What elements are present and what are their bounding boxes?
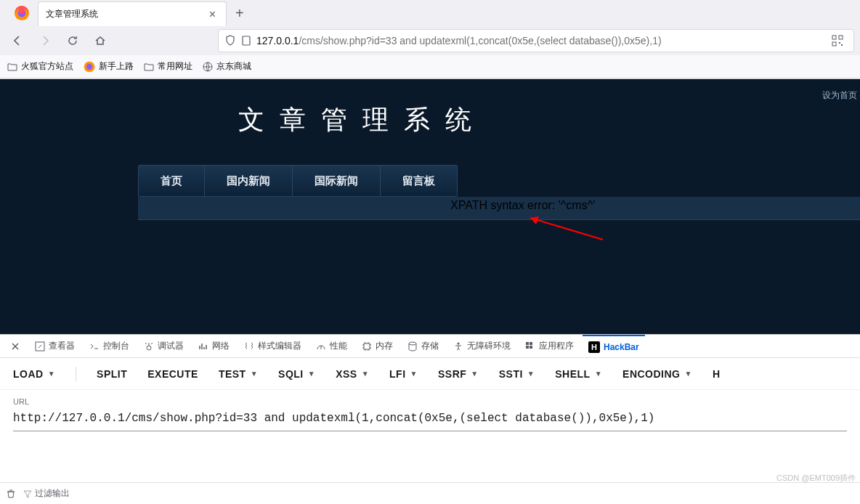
bookmark-jd[interactable]: 京东商城: [203, 60, 251, 73]
hackbar-lfi-button[interactable]: LFI▼: [389, 368, 418, 380]
hackbar-h-button[interactable]: H: [713, 368, 721, 380]
annotation-arrow: [523, 214, 610, 243]
firefox-logo: [12, 3, 32, 23]
folder-icon: [144, 62, 154, 72]
svg-rect-2: [243, 36, 250, 45]
devtools-close-button[interactable]: [4, 335, 26, 358]
hackbar-test-button[interactable]: TEST▼: [219, 368, 258, 380]
chevron-down-icon: ▼: [362, 370, 369, 378]
performance-icon: [316, 341, 326, 351]
tab-performance[interactable]: 性能: [310, 335, 353, 358]
devtools-footer: 过滤输出: [0, 482, 860, 504]
hackbar-execute-button[interactable]: EXECUTE: [147, 368, 198, 380]
firefox-icon: [84, 61, 95, 73]
hackbar-ssrf-button[interactable]: SSRF▼: [438, 368, 479, 380]
tab-console[interactable]: 控制台: [84, 335, 135, 358]
hackbar-split-button[interactable]: SPLIT: [97, 368, 127, 380]
tab-debugger[interactable]: 调试器: [138, 335, 190, 358]
network-icon: [198, 341, 208, 351]
svg-rect-3: [832, 36, 836, 39]
svg-rect-4: [839, 36, 843, 39]
svg-rect-5: [832, 42, 836, 46]
hackbar-shell-button[interactable]: SHELL▼: [555, 368, 602, 380]
chevron-down-icon: ▼: [595, 370, 602, 378]
memory-icon: [362, 341, 372, 351]
application-icon: [525, 341, 535, 351]
devtools-tabs: 查看器 控制台 调试器 网络 样式编辑器 性能 内存 存储 无障碍环境 应用程序…: [0, 335, 860, 358]
tab-style-editor[interactable]: 样式编辑器: [238, 335, 307, 358]
hackbar-xss-button[interactable]: XSS▼: [336, 368, 369, 380]
svg-rect-6: [839, 42, 840, 44]
svg-rect-21: [530, 346, 532, 349]
hackbar-load-button[interactable]: LOAD▼: [13, 368, 55, 380]
set-homepage-link[interactable]: 设为首页: [822, 89, 857, 102]
nav-bar: 127.0.0.1/cms/show.php?id=33 and updatex…: [0, 26, 860, 55]
tab-accessibility[interactable]: 无障碍环境: [447, 335, 516, 358]
xpath-error-message: XPATH syntax error: '^cms^': [450, 199, 595, 212]
svg-point-14: [147, 346, 151, 350]
inspector-icon: [35, 341, 45, 351]
svg-rect-7: [841, 44, 843, 46]
hackbar-encoding-button[interactable]: ENCODING▼: [622, 368, 692, 380]
chevron-down-icon: ▼: [410, 370, 418, 378]
tab-memory[interactable]: 内存: [356, 335, 399, 358]
bookmark-getting-started[interactable]: 新手上路: [84, 60, 134, 73]
bookmarks-bar: 火狐官方站点 新手上路 常用网址 京东商城: [0, 55, 860, 78]
svg-rect-15: [364, 344, 370, 349]
hackbar-url-input[interactable]: http://127.0.0.1/cms/show.php?id=33 and …: [13, 410, 847, 431]
svg-line-11: [530, 218, 603, 240]
tab-hackbar[interactable]: HHackBar: [583, 335, 645, 358]
tab-bar: 文章管理系统 × +: [0, 0, 860, 26]
new-tab-button[interactable]: +: [227, 5, 253, 22]
folder-icon: [7, 62, 17, 72]
nav-guestbook[interactable]: 留言板: [381, 166, 457, 196]
url-bar[interactable]: 127.0.0.1/cms/show.php?id=33 and updatex…: [218, 29, 854, 52]
bookmark-firefox-official[interactable]: 火狐官方站点: [7, 60, 73, 73]
browser-tab[interactable]: 文章管理系统 ×: [38, 1, 227, 26]
svg-rect-19: [530, 342, 532, 345]
bookmark-common-urls[interactable]: 常用网址: [144, 60, 192, 73]
site-title: 文 章 管 理 系 统: [238, 102, 476, 138]
tab-inspector[interactable]: 查看器: [29, 335, 81, 358]
svg-point-17: [458, 342, 460, 344]
svg-rect-20: [526, 346, 529, 349]
chevron-down-icon: ▼: [471, 370, 478, 378]
hackbar-icon: H: [588, 341, 600, 353]
url-text: 127.0.0.1/cms/show.php?id=33 and updatex…: [256, 35, 832, 46]
console-icon: [89, 341, 100, 351]
watermark: CSDN @EMT009插件: [776, 473, 856, 484]
svg-point-9: [86, 64, 92, 70]
devtools-panel: 查看器 控制台 调试器 网络 样式编辑器 性能 内存 存储 无障碍环境 应用程序…: [0, 334, 860, 504]
qr-icon[interactable]: [832, 35, 843, 46]
tab-application[interactable]: 应用程序: [519, 335, 580, 358]
chevron-down-icon: ▼: [685, 370, 692, 378]
nav-home[interactable]: 首页: [139, 166, 205, 196]
chevron-down-icon: ▼: [48, 370, 55, 378]
filter-output[interactable]: 过滤输出: [23, 487, 70, 500]
hackbar-body: URL http://127.0.0.1/cms/show.php?id=33 …: [0, 390, 860, 434]
nav-domestic-news[interactable]: 国内新闻: [205, 166, 293, 196]
forward-button[interactable]: [33, 29, 57, 52]
tab-network[interactable]: 网络: [192, 335, 235, 358]
debugger-icon: [144, 341, 154, 351]
home-button[interactable]: [89, 29, 112, 52]
hackbar-toolbar: LOAD▼ SPLIT EXECUTE TEST▼ SQLI▼ XSS▼ LFI…: [0, 358, 860, 390]
chevron-down-icon: ▼: [251, 370, 258, 378]
back-button[interactable]: [6, 29, 29, 52]
tab-storage[interactable]: 存储: [402, 335, 445, 358]
chevron-down-icon: ▼: [308, 370, 315, 378]
globe-icon: [203, 62, 213, 72]
hackbar-sqli-button[interactable]: SQLI▼: [278, 368, 315, 380]
reload-button[interactable]: [61, 29, 84, 52]
accessibility-icon: [453, 341, 463, 351]
nav-international-news[interactable]: 国际新闻: [293, 166, 381, 196]
hackbar-url-label: URL: [13, 397, 847, 406]
svg-point-16: [409, 342, 416, 345]
page-content: 设为首页 文 章 管 理 系 统 首页 国内新闻 国际新闻 留言板 XPATH …: [0, 79, 860, 335]
site-nav: 首页 国内新闻 国际新闻 留言板: [138, 165, 458, 197]
hackbar-ssti-button[interactable]: SSTI▼: [499, 368, 535, 380]
tab-title: 文章管理系统: [46, 8, 206, 20]
clear-button[interactable]: [6, 489, 16, 499]
storage-icon: [407, 341, 418, 351]
close-icon[interactable]: ×: [206, 8, 219, 21]
